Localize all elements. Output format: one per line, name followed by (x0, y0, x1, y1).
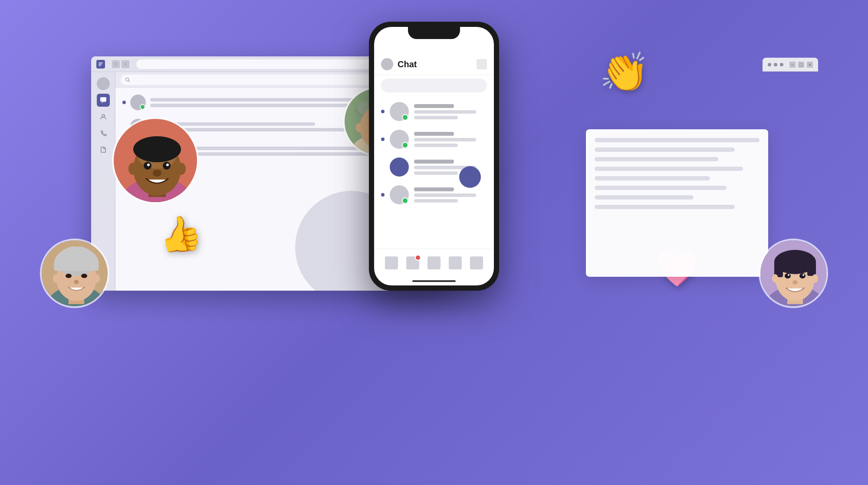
sidebar-chat-icon[interactable] (97, 94, 110, 107)
phone-nav-chat[interactable] (406, 256, 419, 269)
phone-chat-item-2[interactable] (374, 125, 494, 153)
phone-home-bar (412, 280, 456, 282)
back-arrow[interactable]: ‹ (112, 60, 120, 68)
chat-avatar-1 (130, 95, 146, 110)
svg-point-44 (799, 273, 806, 279)
svg-rect-1 (100, 97, 106, 102)
phone-chat-text-1 (414, 104, 487, 119)
phone-avatar-1 (390, 102, 409, 121)
svg-point-46 (802, 274, 804, 276)
phone-nav-more[interactable] (470, 256, 483, 269)
phone-avatar-4 (390, 185, 409, 204)
clapping-emoji: 👏 (598, 50, 650, 93)
svg-point-15 (128, 163, 137, 175)
svg-point-14 (133, 136, 181, 162)
phone-name-3 (414, 160, 454, 164)
phone-chat-item-1[interactable] (374, 98, 494, 125)
phone-search-bar[interactable] (381, 79, 487, 92)
svg-point-49 (812, 274, 818, 283)
phone-msg-1 (414, 110, 476, 114)
rp-dot-2 (774, 63, 777, 66)
rp-line-1 (595, 138, 760, 142)
svg-rect-42 (807, 262, 816, 276)
phone-indicator-2 (381, 138, 385, 141)
phone-avatar-3 (390, 157, 409, 177)
phone-chat-title: Chat (398, 59, 472, 69)
phone-home-indicator (374, 277, 494, 285)
phone-msg-4 (414, 193, 476, 197)
phone-msg-1b (414, 116, 458, 119)
svg-point-35 (94, 274, 100, 283)
svg-point-24 (356, 123, 363, 132)
phone-nav-teams[interactable] (427, 256, 441, 269)
phone-indicator-4 (381, 193, 385, 197)
rp-dot-3 (780, 63, 783, 66)
rp-close[interactable]: × (807, 62, 813, 68)
phone-msg-2b (414, 144, 458, 147)
right-panel-container: − □ × (763, 58, 818, 72)
phone-nav-activity[interactable] (385, 256, 398, 269)
user-avatar[interactable] (97, 77, 110, 90)
teams-icon (96, 60, 105, 69)
forward-arrow[interactable]: › (122, 60, 129, 68)
phone-msg-3b (414, 171, 458, 175)
rp-line-3 (595, 157, 718, 161)
svg-point-12 (166, 164, 169, 166)
svg-point-43 (785, 273, 791, 279)
phone-avatar-2 (390, 130, 409, 149)
phone-notch (408, 27, 460, 39)
phone-screen: Chat (374, 27, 494, 285)
rp-minimize[interactable]: − (789, 62, 796, 68)
phone-indicator-1 (381, 110, 385, 113)
phone-bottom-nav (374, 249, 494, 277)
sidebar-calls-icon[interactable] (97, 127, 110, 140)
right-panel-titlebar: − □ × (763, 58, 818, 72)
url-bar[interactable] (136, 59, 395, 69)
phone-header-avatar (381, 58, 393, 70)
smartphone: Chat (369, 22, 499, 291)
phone-compose-bubble[interactable] (459, 166, 481, 188)
phone-chat-list (374, 96, 494, 210)
svg-point-34 (53, 274, 59, 283)
phone-msg-4b (414, 199, 458, 203)
phone-name-2 (414, 132, 454, 136)
phone-indicator-3 (381, 165, 385, 169)
no-indicator (122, 125, 126, 128)
svg-point-32 (81, 274, 87, 278)
phone-nav-calendar[interactable] (449, 256, 462, 269)
svg-point-2 (102, 115, 105, 117)
thumbs-up-emoji: 👍 (156, 213, 204, 255)
phone-name-4 (414, 187, 454, 191)
svg-point-31 (66, 274, 72, 278)
phone-notch-area (374, 27, 494, 41)
phone-chat-text-2 (414, 132, 487, 147)
person-avatar-black-man (112, 117, 199, 204)
phone-msg-2 (414, 138, 476, 141)
rp-line-5 (595, 176, 710, 180)
phone-content-area (374, 210, 494, 249)
person-avatar-purple-woman (759, 239, 828, 308)
phone-name-1 (414, 104, 454, 108)
sidebar-files-icon[interactable] (97, 143, 110, 156)
rp-maximize[interactable]: □ (798, 62, 804, 68)
svg-point-3 (126, 78, 129, 81)
person-avatar-older-woman (40, 239, 109, 308)
right-panel (586, 129, 768, 277)
svg-point-16 (177, 163, 186, 175)
svg-point-33 (74, 280, 79, 284)
rp-line-7 (595, 195, 694, 200)
nav-arrows: ‹ › (112, 60, 129, 68)
svg-point-13 (153, 170, 161, 177)
rp-line-8 (595, 205, 735, 209)
right-panel-content (595, 138, 760, 209)
svg-point-47 (792, 280, 798, 285)
sidebar-teams-icon[interactable] (97, 110, 110, 123)
chat-name-line (150, 98, 370, 102)
phone-edit-btn[interactable] (477, 59, 487, 69)
rp-line-2 (595, 147, 735, 152)
unread-indicator (122, 101, 126, 104)
rp-dot-1 (768, 63, 771, 66)
svg-point-48 (772, 274, 778, 283)
phone-chat-text-4 (414, 187, 487, 203)
rp-line-6 (595, 186, 727, 190)
